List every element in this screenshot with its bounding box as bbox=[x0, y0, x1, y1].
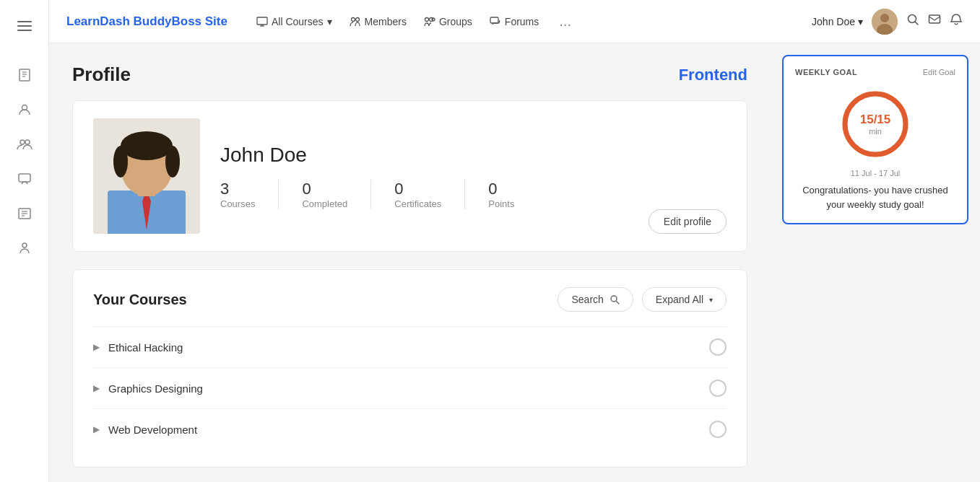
stat-completed-label: Completed bbox=[302, 198, 347, 209]
content-area: Profile Frontend bbox=[49, 43, 771, 482]
svg-point-38 bbox=[165, 146, 180, 178]
svg-rect-16 bbox=[257, 17, 267, 25]
course-radio bbox=[709, 338, 727, 356]
course-row[interactable]: ▶ Web Development bbox=[93, 408, 727, 450]
svg-point-36 bbox=[121, 131, 173, 160]
stat-completed-number: 0 bbox=[302, 180, 311, 198]
svg-point-20 bbox=[355, 17, 359, 21]
stat-certificates-label: Certificates bbox=[394, 198, 441, 209]
svg-point-39 bbox=[611, 296, 617, 302]
svg-line-29 bbox=[916, 22, 919, 25]
profile-name: John Doe bbox=[220, 144, 628, 167]
svg-rect-24 bbox=[490, 17, 498, 23]
edit-profile-button[interactable]: Edit profile bbox=[649, 209, 727, 234]
expand-all-button[interactable]: Expand All ▾ bbox=[642, 287, 727, 312]
svg-point-21 bbox=[425, 17, 428, 21]
nav-members[interactable]: Members bbox=[350, 16, 407, 27]
right-panel: WEEKLY GOAL Edit Goal 15/15 bbox=[771, 43, 980, 482]
user-name-btn[interactable]: John Doe ▾ bbox=[812, 16, 863, 27]
course-chevron-icon: ▶ bbox=[93, 342, 100, 352]
search-icon[interactable] bbox=[906, 13, 919, 30]
course-row[interactable]: ▶ Ethical Hacking bbox=[93, 326, 727, 367]
search-icon bbox=[610, 294, 620, 304]
svg-point-8 bbox=[20, 140, 25, 144]
course-radio bbox=[709, 380, 727, 397]
sidebar-group-icon[interactable] bbox=[10, 130, 39, 159]
course-chevron-icon: ▶ bbox=[93, 383, 100, 393]
sidebar-chat-icon[interactable] bbox=[10, 165, 39, 193]
topnav: LearnDash BuddyBoss Site All Courses ▾ M… bbox=[49, 0, 980, 43]
notification-icon[interactable] bbox=[950, 13, 963, 30]
profile-card: John Doe 3 Courses 0 Completed 0 Certifi bbox=[72, 100, 747, 252]
main-content: LearnDash BuddyBoss Site All Courses ▾ M… bbox=[49, 0, 980, 482]
svg-rect-3 bbox=[19, 69, 30, 81]
stat-courses-label: Courses bbox=[220, 198, 255, 209]
profile-stats: 3 Courses 0 Completed 0 Certificates 0 bbox=[220, 180, 628, 209]
svg-line-40 bbox=[616, 302, 619, 304]
goal-circle-container: 15/15 min bbox=[795, 88, 955, 160]
profile-avatar bbox=[93, 118, 200, 234]
goal-circle-text: 15/15 min bbox=[860, 113, 891, 136]
stat-completed: 0 Completed bbox=[302, 180, 371, 209]
sidebar-user-icon[interactable] bbox=[10, 95, 39, 124]
message-icon[interactable] bbox=[928, 13, 941, 30]
courses-title: Your Courses bbox=[93, 292, 187, 308]
stat-certificates: 0 Certificates bbox=[394, 180, 465, 209]
goal-numbers: 15/15 bbox=[860, 113, 891, 126]
nav-forums[interactable]: Forums bbox=[490, 16, 539, 27]
svg-point-9 bbox=[25, 140, 30, 144]
sidebar-book-icon[interactable] bbox=[10, 61, 39, 89]
page-title: Profile bbox=[72, 63, 131, 86]
stat-courses-number: 3 bbox=[220, 180, 229, 198]
edit-goal-link[interactable]: Edit Goal bbox=[923, 68, 955, 76]
chevron-down-icon: ▾ bbox=[709, 296, 713, 304]
svg-point-37 bbox=[113, 146, 128, 178]
course-row[interactable]: ▶ Graphics Designing bbox=[93, 367, 727, 408]
svg-point-28 bbox=[909, 15, 916, 23]
weekly-goal-card: WEEKLY GOAL Edit Goal 15/15 bbox=[782, 55, 968, 224]
sidebar bbox=[0, 0, 49, 482]
courses-header: Your Courses Search Expand All ▾ bbox=[93, 287, 727, 312]
brand-name[interactable]: LearnDash BuddyBoss Site bbox=[66, 14, 227, 29]
goal-unit: min bbox=[860, 127, 891, 136]
course-chevron-icon: ▶ bbox=[93, 424, 100, 434]
svg-rect-1 bbox=[17, 25, 32, 27]
svg-rect-0 bbox=[17, 21, 32, 22]
sidebar-person2-icon[interactable] bbox=[10, 234, 39, 263]
goal-date: 11 Jul - 17 Jul bbox=[795, 169, 955, 178]
stat-courses: 3 Courses bbox=[220, 180, 279, 209]
sidebar-menu-icon[interactable] bbox=[10, 12, 39, 40]
svg-point-19 bbox=[351, 17, 355, 21]
search-button[interactable]: Search bbox=[558, 287, 633, 312]
svg-rect-10 bbox=[19, 174, 30, 182]
stat-certificates-number: 0 bbox=[394, 180, 403, 198]
sidebar-list-icon[interactable] bbox=[10, 199, 39, 228]
page-header: Profile Frontend bbox=[72, 63, 747, 86]
nav-more-icon[interactable]: ... bbox=[559, 13, 571, 30]
stat-points: 0 Points bbox=[488, 180, 537, 209]
courses-section: Your Courses Search Expand All ▾ bbox=[72, 269, 747, 468]
nav-all-courses[interactable]: All Courses ▾ bbox=[256, 16, 332, 27]
svg-rect-30 bbox=[929, 15, 940, 23]
courses-actions: Search Expand All ▾ bbox=[558, 287, 727, 312]
svg-point-26 bbox=[880, 14, 889, 22]
avatar[interactable] bbox=[872, 9, 898, 35]
goal-congrats: Congratulations- you have crushed your w… bbox=[795, 183, 955, 211]
stat-points-number: 0 bbox=[488, 180, 497, 198]
nav-groups[interactable]: Groups bbox=[424, 16, 472, 27]
course-radio bbox=[709, 421, 727, 438]
user-area: John Doe ▾ bbox=[812, 9, 963, 35]
profile-info: John Doe 3 Courses 0 Completed 0 Certifi bbox=[220, 144, 628, 209]
body-area: Profile Frontend bbox=[49, 43, 980, 482]
svg-rect-2 bbox=[17, 30, 32, 31]
weekly-goal-title: WEEKLY GOAL bbox=[795, 68, 857, 76]
svg-point-15 bbox=[22, 243, 27, 247]
stat-points-label: Points bbox=[488, 198, 514, 209]
goal-circle: 15/15 min bbox=[839, 88, 911, 160]
weekly-goal-header: WEEKLY GOAL Edit Goal bbox=[795, 68, 955, 76]
frontend-label: Frontend bbox=[679, 66, 747, 84]
